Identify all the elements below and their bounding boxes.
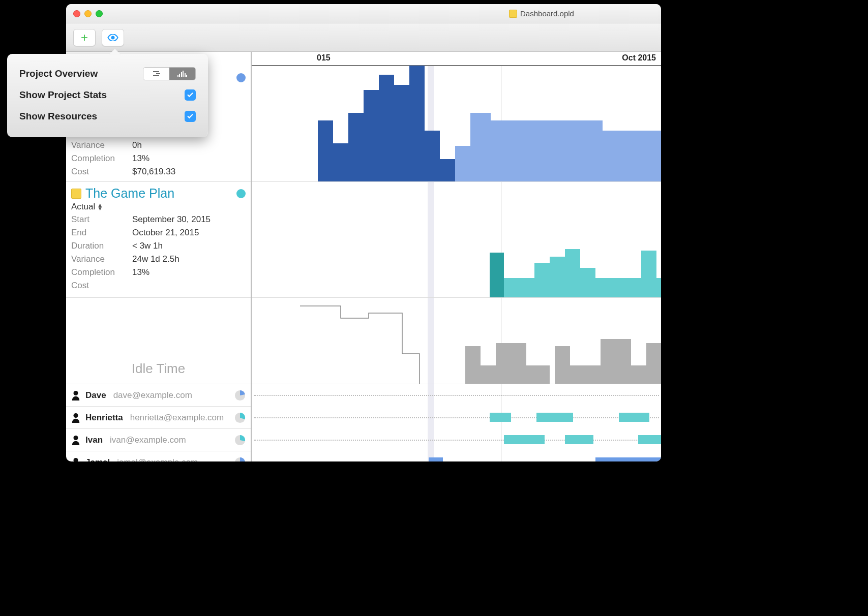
idle-bar — [555, 346, 570, 384]
idle-block: Idle Time — [66, 298, 251, 384]
project-block-2: The Game Plan Actual ▲▼ StartSeptember 3… — [66, 182, 251, 298]
chart-idle — [252, 298, 661, 384]
eye-icon — [107, 34, 118, 41]
assignment-segment — [536, 413, 573, 422]
person-icon — [71, 413, 80, 423]
document-icon — [509, 10, 517, 18]
project-color-dot-2 — [236, 189, 246, 198]
gantt-icon — [153, 71, 160, 76]
resource-track — [252, 407, 661, 429]
chart-bar — [379, 75, 394, 181]
stat-row: Duration< 3w 1h — [71, 239, 247, 253]
resource-row[interactable]: Henrietta henrietta@example.com — [66, 407, 251, 429]
person-icon — [71, 390, 80, 401]
show-stats-checkbox[interactable] — [185, 89, 196, 101]
resource-email: dave@example.com — [113, 390, 192, 401]
person-icon — [71, 435, 80, 445]
show-resources-label: Show Resources — [19, 111, 97, 122]
stat-row: Cost$70,619.33 — [71, 165, 247, 178]
chart-bar — [565, 249, 580, 297]
project-title-2[interactable]: The Game Plan — [71, 186, 247, 201]
overview-label: Project Overview — [19, 68, 98, 79]
titlebar: Dashboard.opld — [66, 4, 661, 23]
chart-bar — [490, 253, 504, 297]
idle-bar — [631, 365, 646, 384]
project-doc-icon — [71, 189, 81, 199]
resource-track — [252, 384, 661, 407]
assignment-segment — [429, 457, 443, 461]
track-baseline — [254, 440, 659, 441]
chart-bar — [534, 263, 550, 297]
resource-track — [252, 429, 661, 451]
stat-row: Variance0h — [71, 139, 247, 152]
idle-bar — [481, 365, 496, 384]
close-window-button[interactable] — [73, 10, 80, 17]
stat-row: Variance24w 1d 2.5h — [71, 253, 247, 266]
view-button[interactable] — [102, 29, 124, 46]
show-stats-label: Show Project Stats — [19, 89, 107, 101]
track-baseline — [254, 395, 659, 396]
assignment-segment — [504, 435, 545, 444]
project-color-dot-1 — [236, 73, 246, 82]
minimize-window-button[interactable] — [84, 10, 92, 17]
resource-email: jamal@example.com — [117, 457, 198, 462]
resource-name: Dave — [85, 390, 106, 401]
view-popover: Project Overview Show Project Stats Show… — [7, 54, 208, 137]
utilization-pie-icon — [234, 457, 246, 462]
svg-point-1 — [74, 391, 78, 395]
utilization-pie-icon — [234, 412, 246, 423]
resource-email: henrietta@example.com — [130, 413, 224, 423]
assignment-segment — [565, 435, 593, 444]
resource-name: Ivan — [85, 435, 103, 445]
add-button[interactable]: + — [73, 29, 96, 46]
stat-row: StartSeptember 30, 2015 — [71, 213, 247, 226]
document-title: Dashboard.opld — [66, 9, 661, 18]
chart-bar — [626, 278, 641, 297]
svg-point-3 — [74, 413, 78, 418]
document-title-text: Dashboard.opld — [520, 9, 574, 18]
chart-bar — [425, 131, 440, 181]
popover-row-stats: Show Project Stats — [19, 84, 196, 106]
histogram-mode-button[interactable] — [169, 68, 195, 80]
stat-row: Completion13% — [71, 152, 247, 165]
histogram-icon — [177, 71, 188, 77]
chart-bar — [580, 268, 595, 297]
chart-bar — [440, 159, 455, 181]
chart-bar — [595, 278, 626, 297]
svg-point-7 — [74, 458, 78, 462]
mode-selector[interactable]: Actual ▲▼ — [71, 202, 247, 212]
resource-list: Dave dave@example.com Henrietta henriett… — [66, 384, 251, 461]
chart-bar — [656, 278, 661, 297]
chart-bar — [364, 90, 379, 181]
track-baseline — [254, 417, 659, 418]
chart-bar — [318, 120, 333, 181]
zoom-window-button[interactable] — [96, 10, 103, 17]
idle-bar — [465, 346, 481, 384]
gantt-mode-button[interactable] — [143, 68, 169, 80]
stat-row: Completion13% — [71, 266, 247, 279]
popover-row-resources: Show Resources — [19, 106, 196, 127]
assignment-segment — [638, 435, 661, 444]
check-icon — [187, 113, 194, 120]
chart-bar — [394, 85, 409, 181]
toolbar: + — [66, 23, 661, 52]
chart-bar — [348, 113, 364, 181]
resource-track — [252, 451, 661, 461]
idle-bar — [646, 343, 661, 384]
chart-bar — [550, 257, 565, 297]
show-resources-checkbox[interactable] — [185, 111, 196, 122]
resource-email: ivan@example.com — [110, 435, 186, 445]
assignment-segment — [490, 413, 511, 422]
chart-bar — [504, 278, 534, 297]
plus-icon: + — [81, 32, 88, 44]
resource-row[interactable]: Jamal jamal@example.com — [66, 451, 251, 461]
idle-bar — [526, 365, 550, 384]
svg-point-0 — [111, 36, 115, 39]
overview-mode-segmented[interactable] — [143, 67, 196, 80]
chart-bar — [409, 66, 425, 181]
resource-row[interactable]: Ivan ivan@example.com — [66, 429, 251, 451]
resource-row[interactable]: Dave dave@example.com — [66, 384, 251, 407]
popover-row-overview: Project Overview — [19, 63, 196, 84]
stat-row: Cost — [71, 279, 247, 292]
idle-bar — [601, 339, 631, 384]
